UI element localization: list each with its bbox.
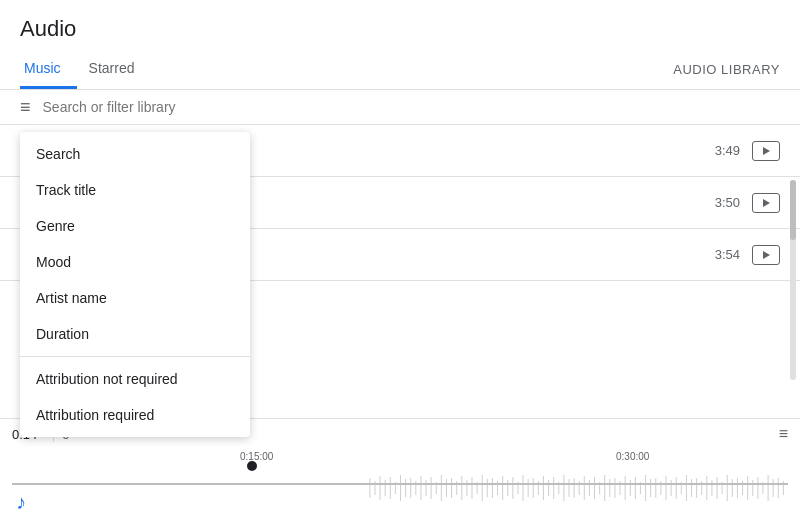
playhead-marker (247, 461, 257, 471)
svg-rect-21 (471, 477, 472, 499)
dropdown-item-duration[interactable]: Duration (20, 316, 250, 352)
svg-rect-79 (768, 475, 769, 501)
svg-rect-70 (722, 482, 723, 494)
track-duration-3: 3:54 (715, 247, 740, 262)
svg-rect-4 (385, 480, 386, 496)
svg-rect-43 (584, 476, 585, 500)
svg-rect-19 (461, 476, 462, 500)
filter-icon[interactable]: ≡ (20, 98, 31, 116)
svg-rect-11 (420, 476, 421, 500)
svg-rect-40 (568, 479, 569, 497)
track-yt-btn-2[interactable] (752, 193, 780, 213)
svg-rect-9 (410, 478, 411, 498)
search-bar: ≡ Search Track title Genre Mood Artist n… (0, 90, 800, 125)
ruler-label-1: 0:30:00 (616, 451, 649, 462)
svg-rect-36 (548, 480, 549, 496)
tab-starred[interactable]: Starred (85, 50, 151, 89)
svg-rect-13 (431, 477, 432, 499)
svg-rect-80 (773, 479, 774, 497)
ruler-label-0: 0:15:00 (240, 451, 273, 462)
svg-rect-6 (395, 482, 396, 494)
tabs-bar: Music Starred AUDIO LIBRARY (0, 50, 800, 90)
svg-rect-29 (512, 477, 513, 499)
svg-rect-75 (747, 476, 748, 500)
svg-rect-32 (528, 479, 529, 497)
dropdown-item-genre[interactable]: Genre (20, 208, 250, 244)
svg-rect-62 (681, 482, 682, 494)
svg-rect-49 (614, 478, 615, 498)
track-yt-btn-1[interactable] (752, 141, 780, 161)
dropdown-item-mood[interactable]: Mood (20, 244, 250, 280)
dropdown-divider (20, 356, 250, 357)
svg-rect-20 (466, 480, 467, 496)
svg-rect-38 (558, 482, 559, 494)
svg-rect-69 (717, 477, 718, 499)
dropdown-item-attribution-not-required[interactable]: Attribution not required (20, 361, 250, 397)
tab-music[interactable]: Music (20, 50, 77, 89)
svg-rect-42 (579, 481, 580, 495)
audio-library-link[interactable]: AUDIO LIBRARY (673, 52, 780, 87)
svg-rect-24 (487, 479, 488, 497)
svg-rect-76 (752, 480, 753, 496)
svg-rect-26 (497, 481, 498, 495)
track-duration-2: 3:50 (715, 195, 740, 210)
dropdown-item-track-title[interactable]: Track title (20, 172, 250, 208)
svg-rect-25 (492, 478, 493, 498)
svg-rect-57 (655, 478, 656, 498)
dropdown-item-search[interactable]: Search (20, 136, 250, 172)
svg-rect-64 (691, 479, 692, 497)
svg-rect-55 (645, 475, 646, 501)
svg-rect-41 (574, 478, 575, 498)
svg-rect-3 (380, 476, 381, 500)
scrollbar[interactable] (790, 180, 796, 380)
track-yt-btn-3[interactable] (752, 245, 780, 265)
svg-rect-22 (477, 482, 478, 494)
search-input[interactable] (43, 99, 780, 115)
svg-rect-56 (650, 479, 651, 497)
svg-rect-65 (696, 478, 697, 498)
tabs-left: Music Starred (20, 50, 158, 89)
svg-rect-58 (660, 481, 661, 495)
dropdown-item-artist-name[interactable]: Artist name (20, 280, 250, 316)
svg-rect-68 (711, 480, 712, 496)
svg-rect-15 (441, 475, 442, 501)
svg-rect-71 (727, 475, 728, 501)
svg-rect-28 (507, 480, 508, 496)
svg-rect-12 (426, 480, 427, 496)
svg-rect-52 (630, 480, 631, 496)
filter-dropdown: Search Track title Genre Mood Artist nam… (20, 132, 250, 437)
svg-rect-77 (757, 477, 758, 499)
track-duration-1: 3:49 (715, 143, 740, 158)
svg-rect-39 (563, 475, 564, 501)
svg-rect-73 (737, 478, 738, 498)
svg-rect-48 (609, 479, 610, 497)
svg-rect-7 (400, 475, 401, 501)
svg-rect-37 (553, 477, 554, 499)
svg-rect-67 (706, 476, 707, 500)
svg-rect-50 (620, 481, 621, 495)
waveform (12, 473, 788, 503)
svg-rect-61 (676, 477, 677, 499)
svg-rect-10 (415, 481, 416, 495)
svg-rect-33 (533, 478, 534, 498)
svg-rect-78 (762, 482, 763, 494)
yt-play-icon-2 (763, 199, 770, 207)
yt-play-icon-1 (763, 147, 770, 155)
page-title: Audio (20, 16, 780, 42)
svg-rect-16 (446, 479, 447, 497)
svg-rect-81 (778, 478, 779, 498)
header: Audio (0, 0, 800, 50)
scrollbar-thumb[interactable] (790, 180, 796, 240)
svg-rect-46 (599, 482, 600, 494)
svg-rect-1 (369, 478, 370, 498)
yt-play-icon-3 (763, 251, 770, 259)
svg-rect-5 (390, 477, 391, 499)
svg-rect-59 (665, 476, 666, 500)
dropdown-item-attribution-required[interactable]: Attribution required (20, 397, 250, 433)
svg-rect-23 (482, 475, 483, 501)
svg-rect-60 (671, 480, 672, 496)
expand-icon[interactable]: ≡ (779, 425, 788, 443)
svg-rect-18 (456, 481, 457, 495)
svg-rect-54 (640, 482, 641, 494)
timeline-track: 0:15:00 0:30:00 (0, 449, 800, 509)
